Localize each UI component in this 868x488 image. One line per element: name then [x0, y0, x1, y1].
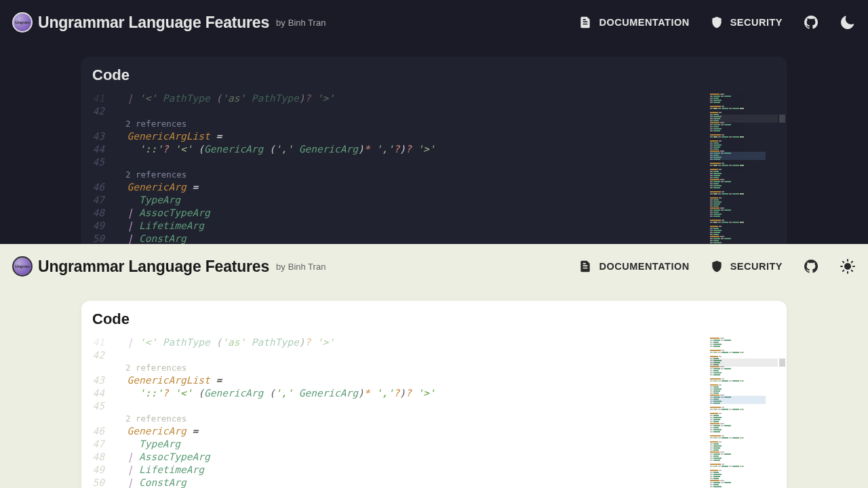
- scrollbar-thumb[interactable]: [779, 359, 785, 367]
- code-line[interactable]: 41 | '<' PathType ('as' PathType)? '>': [81, 336, 710, 349]
- nav: DOCUMENTATION SECURITY: [578, 258, 856, 274]
- dark-theme-pane: Ungram Ungrammar Language Features byBin…: [0, 0, 868, 244]
- line-number: 43: [81, 130, 115, 143]
- line-number: 45: [81, 156, 115, 169]
- light-theme-pane: Ungram Ungrammar Language Features byBin…: [0, 244, 868, 488]
- code-line[interactable]: 45: [81, 400, 710, 413]
- codelens[interactable]: 2 references: [81, 413, 710, 425]
- line-number: 47: [81, 194, 115, 207]
- scrollbar[interactable]: [778, 336, 787, 488]
- line-number: 48: [81, 207, 115, 220]
- document-icon: [578, 16, 592, 29]
- code-line[interactable]: 42: [81, 105, 710, 118]
- shield-icon: [710, 260, 724, 273]
- line-number: 41: [81, 92, 115, 105]
- code-line[interactable]: 46 GenericArg =: [81, 181, 710, 194]
- scrollbar[interactable]: [778, 92, 787, 264]
- code-line[interactable]: 43 GenericArgList =: [81, 374, 710, 387]
- minimap-highlight: [710, 152, 766, 160]
- code-line[interactable]: 47 TypeArg: [81, 438, 710, 451]
- line-number: 46: [81, 425, 115, 438]
- code-card: Code 41 | '<' PathType ('as' PathType)? …: [81, 301, 787, 488]
- line-number: 47: [81, 438, 115, 451]
- line-number: 49: [81, 220, 115, 232]
- codelens[interactable]: 2 references: [81, 169, 710, 181]
- line-number: 48: [81, 451, 115, 464]
- minimap-highlight: [710, 396, 766, 404]
- nav-security[interactable]: SECURITY: [710, 16, 783, 29]
- code-line[interactable]: 48 | AssocTypeArg: [81, 207, 710, 220]
- app-title: Ungrammar Language Features: [38, 14, 269, 32]
- code-line[interactable]: 50 | ConstArg: [81, 476, 710, 488]
- code-card: Code 41 | '<' PathType ('as' PathType)? …: [81, 57, 787, 264]
- nav-security-label: SECURITY: [730, 17, 783, 28]
- code-line[interactable]: 46 GenericArg =: [81, 425, 710, 438]
- code-line[interactable]: 44 '::'? '<' (GenericArg (',' GenericArg…: [81, 387, 710, 400]
- line-number: 41: [81, 336, 115, 349]
- line-number: 46: [81, 181, 115, 194]
- codelens[interactable]: 2 references: [81, 118, 710, 130]
- nav: DOCUMENTATION SECURITY: [578, 14, 856, 30]
- byline: byBinh Tran: [276, 262, 326, 272]
- code-line[interactable]: 49 | LifetimeArg: [81, 220, 710, 232]
- code-line[interactable]: 49 | LifetimeArg: [81, 464, 710, 476]
- line-number: 49: [81, 464, 115, 476]
- line-number: 42: [81, 105, 115, 118]
- minimap[interactable]: [710, 336, 778, 488]
- nav-documentation[interactable]: DOCUMENTATION: [578, 260, 689, 273]
- card-title: Code: [81, 57, 787, 92]
- github-icon[interactable]: [803, 14, 819, 30]
- nav-security-label: SECURITY: [730, 261, 783, 272]
- github-icon[interactable]: [803, 258, 819, 274]
- codelens[interactable]: 2 references: [81, 362, 710, 374]
- header: Ungram Ungrammar Language Features byBin…: [0, 244, 868, 289]
- header: Ungram Ungrammar Language Features byBin…: [0, 0, 868, 45]
- svg-point-0: [845, 264, 850, 269]
- scrollbar-thumb[interactable]: [779, 115, 785, 123]
- nav-documentation[interactable]: DOCUMENTATION: [578, 16, 689, 29]
- code-line[interactable]: 43 GenericArgList =: [81, 130, 710, 143]
- card-title: Code: [81, 301, 787, 336]
- code-line[interactable]: 41 | '<' PathType ('as' PathType)? '>': [81, 92, 710, 105]
- logo[interactable]: Ungram: [12, 256, 33, 277]
- minimap-viewport[interactable]: [710, 115, 778, 123]
- line-number: 44: [81, 143, 115, 156]
- nav-documentation-label: DOCUMENTATION: [599, 17, 689, 28]
- code-line[interactable]: 42: [81, 349, 710, 362]
- nav-documentation-label: DOCUMENTATION: [599, 261, 689, 272]
- code-line[interactable]: 48 | AssocTypeArg: [81, 451, 710, 464]
- byline: byBinh Tran: [276, 18, 326, 28]
- code-line[interactable]: 44 '::'? '<' (GenericArg (',' GenericArg…: [81, 143, 710, 156]
- app-title: Ungrammar Language Features: [38, 258, 269, 276]
- nav-security[interactable]: SECURITY: [710, 260, 783, 273]
- code-editor[interactable]: 41 | '<' PathType ('as' PathType)? '>'42…: [81, 92, 710, 258]
- moon-icon[interactable]: [840, 14, 856, 30]
- code-line[interactable]: 47 TypeArg: [81, 194, 710, 207]
- code-editor[interactable]: 41 | '<' PathType ('as' PathType)? '>'42…: [81, 336, 710, 488]
- shield-icon: [710, 16, 724, 29]
- line-number: 43: [81, 374, 115, 387]
- sun-icon[interactable]: [840, 258, 856, 274]
- line-number: 45: [81, 400, 115, 413]
- code-line[interactable]: 45: [81, 156, 710, 169]
- line-number: 44: [81, 387, 115, 400]
- minimap-viewport[interactable]: [710, 359, 778, 367]
- logo[interactable]: Ungram: [12, 12, 33, 33]
- document-icon: [578, 260, 592, 273]
- line-number: 42: [81, 349, 115, 362]
- minimap[interactable]: [710, 92, 778, 264]
- line-number: 50: [81, 476, 115, 488]
